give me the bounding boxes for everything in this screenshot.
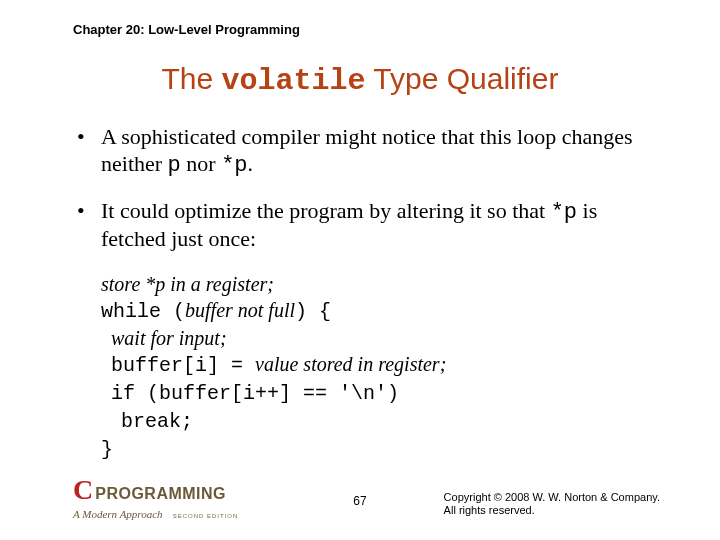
logo-edition: SECOND EDITION <box>173 513 239 519</box>
code-line: } <box>101 435 665 463</box>
bullet-list: A sophisticated compiler might notice th… <box>75 124 665 253</box>
code-line: store *p in a register; <box>101 271 665 297</box>
chapter-label: Chapter 20: Low-Level Programming <box>73 22 300 37</box>
title-keyword: volatile <box>222 64 366 98</box>
code-line: while (buffer not full) { <box>101 297 665 325</box>
bullet-item: It could optimize the program by alterin… <box>75 198 665 254</box>
code-line: buffer[i] = value stored in register; <box>101 351 665 379</box>
copyright-line2: All rights reserved. <box>444 504 660 518</box>
code-line: if (buffer[i++] == '\n') <box>101 379 665 407</box>
title-pre: The <box>162 62 222 95</box>
slide-content: A sophisticated compiler might notice th… <box>75 124 665 463</box>
title-post: Type Qualifier <box>366 62 559 95</box>
logo-subtitle: A Modern Approach <box>73 508 163 520</box>
code-line: wait for input; <box>101 325 665 351</box>
copyright: Copyright © 2008 W. W. Norton & Company.… <box>444 491 660 519</box>
code-line: break; <box>101 407 665 435</box>
code-block: store *p in a register;while (buffer not… <box>101 271 665 463</box>
slide-title: The volatile Type Qualifier <box>0 62 720 98</box>
bullet-item: A sophisticated compiler might notice th… <box>75 124 665 180</box>
copyright-line1: Copyright © 2008 W. W. Norton & Company. <box>444 491 660 505</box>
footer: C PROGRAMMING A Modern Approach SECOND E… <box>0 478 720 522</box>
